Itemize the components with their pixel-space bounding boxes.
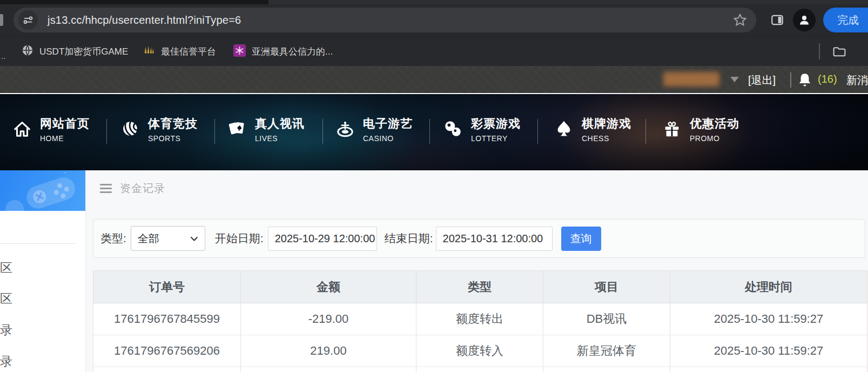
nav-item-casino[interactable]: 电子游艺CASINO <box>335 116 413 143</box>
end-date-label: 结束日期: <box>385 231 433 246</box>
hamburger-icon <box>100 184 112 193</box>
username-redacted <box>663 72 719 87</box>
nav-zh-label: 优惠活动 <box>690 116 739 132</box>
bookmark-usdt-game[interactable]: USDT加密货币GAME <box>22 36 128 67</box>
nav-item-lives[interactable]: 真人视讯LIVES <box>227 116 305 143</box>
bookmarks-bar: .. USDT加密货币GAME 最佳信誉平台 亚洲最具公信力的... <box>0 36 868 66</box>
cell-amount: 219.00 <box>241 335 416 367</box>
sidebar-item[interactable]: 区 <box>0 260 26 276</box>
nav-en-label: CHESS <box>582 134 631 143</box>
profile-avatar[interactable] <box>793 9 816 31</box>
nav-item-home[interactable]: 网站首页HOME <box>12 116 90 143</box>
nav-en-label: LOTTERY <box>471 134 521 143</box>
spade-icon <box>554 118 574 139</box>
bookmark-trust-platform[interactable]: 最佳信誉平台 <box>143 36 216 67</box>
type-select-value: 全部 <box>138 231 159 246</box>
logout-link[interactable]: [退出] <box>748 73 776 88</box>
bookmark-star-icon[interactable] <box>732 12 748 28</box>
sidebar-banner <box>0 170 85 211</box>
bell-icon[interactable] <box>798 72 812 90</box>
nav-zh-label: 棋牌游戏 <box>582 116 631 132</box>
site-settings-icon[interactable] <box>18 10 38 30</box>
roulette-icon <box>335 118 355 139</box>
cell-order-id: 1761796767569206 <box>93 335 241 367</box>
nav-zh-label: 电子游艺 <box>363 116 413 132</box>
message-count-badge[interactable]: (16) <box>818 73 837 85</box>
table-row-clipped <box>93 367 867 372</box>
query-button[interactable]: 查询 <box>561 227 601 251</box>
col-process-time: 处理时间 <box>670 271 867 303</box>
sidebar-item-label: 录 <box>0 323 12 337</box>
sidebar-item[interactable]: 录 <box>0 322 26 338</box>
cell-type: 额度转入 <box>416 335 543 367</box>
main-nav: 网站首页HOME 体育竞技SPORTS 真人视讯LIVES 电子游艺CASINO <box>0 94 868 170</box>
table-row: 1761796767569206 219.00 额度转入 新皇冠体育 2025-… <box>93 335 867 367</box>
content: 区 区 录 录 资金记录 类型: 全部 开始日期: 结束日期: 查询 <box>0 170 868 372</box>
cards-icon <box>227 118 247 139</box>
bookmark-asia-credibility[interactable]: 亚洲最具公信力的... <box>233 36 333 67</box>
filter-bar: 类型: 全部 开始日期: 结束日期: 查询 <box>93 219 865 258</box>
col-order-id: 订单号 <box>93 271 241 303</box>
active-tab-sliver[interactable] <box>268 0 868 4</box>
screen: js13.cc/hhcp/usercenter.html?iniType=6 完… <box>0 0 868 372</box>
type-select[interactable]: 全部 <box>131 226 205 251</box>
cell-amount: -219.00 <box>241 303 416 335</box>
done-button[interactable]: 完成 <box>823 8 868 32</box>
site-header: [退出] (16) 新消息 <box>0 66 868 94</box>
person-icon <box>798 14 811 26</box>
browser-tab-strip <box>0 0 868 4</box>
cell-project: DB视讯 <box>543 303 670 335</box>
nav-divider <box>429 119 430 144</box>
nav-divider <box>645 119 646 144</box>
nav-en-label: HOME <box>40 134 90 143</box>
col-amount: 金额 <box>241 271 416 303</box>
address-bar[interactable]: js13.cc/hhcp/usercenter.html?iniType=6 <box>14 8 756 32</box>
nav-item-promo[interactable]: 优惠活动PROMO <box>662 116 739 143</box>
nav-divider <box>106 119 107 144</box>
new-messages-link[interactable]: 新消息 <box>846 73 868 88</box>
bookmarks-divider <box>819 43 820 59</box>
sidebar-item-label: 区 <box>0 291 12 305</box>
dropdown-caret-icon[interactable] <box>730 77 739 82</box>
sidebar-item-label: 区 <box>0 261 12 275</box>
nav-zh-label: 彩票游戏 <box>471 116 521 132</box>
nav-en-label: PROMO <box>690 134 739 143</box>
cell-project: 新皇冠体育 <box>543 335 670 367</box>
side-panel-icon[interactable] <box>770 13 784 29</box>
sidebar-item-label: 录 <box>0 354 12 368</box>
nav-en-label: LIVES <box>255 134 305 143</box>
header-divider <box>790 72 791 88</box>
nav-divider <box>214 119 215 144</box>
start-date-input[interactable] <box>268 227 377 251</box>
sidebar-item[interactable]: 录 <box>0 353 26 370</box>
main-area: 资金记录 类型: 全部 开始日期: 结束日期: 查询 订单号 <box>86 170 868 372</box>
nav-divider <box>537 119 538 144</box>
sidebar-divider <box>0 243 76 244</box>
folder-icon[interactable] <box>832 44 846 61</box>
gold-bars-icon <box>143 44 155 58</box>
start-date-label: 开始日期: <box>215 231 264 246</box>
records-table: 订单号 金额 类型 项目 处理时间 1761796767845599 -219.… <box>93 270 867 372</box>
chevron-down-icon <box>190 236 198 241</box>
purple-flower-icon <box>233 44 246 59</box>
nav-item-lottery[interactable]: 彩票游戏LOTTERY <box>443 116 521 143</box>
partial-bookmark-label[interactable]: .. <box>1 51 5 61</box>
globe-icon <box>22 44 33 58</box>
page-title: 资金记录 <box>120 181 165 196</box>
partial-extension-icon <box>0 14 3 26</box>
browser-toolbar: js13.cc/hhcp/usercenter.html?iniType=6 完… <box>0 4 868 36</box>
done-button-label: 完成 <box>837 13 859 28</box>
cell-process-time: 2025-10-30 11:59:27 <box>670 335 867 367</box>
nav-zh-label: 体育竞技 <box>148 116 198 132</box>
nav-item-chess[interactable]: 棋牌游戏CHESS <box>554 116 631 143</box>
table-row: 1761796767845599 -219.00 额度转出 DB视讯 2025-… <box>93 303 867 335</box>
col-type: 类型 <box>416 271 543 303</box>
lottery-balls-icon <box>443 118 463 139</box>
page-title-row: 资金记录 <box>100 181 165 196</box>
bookmark-label: 亚洲最具公信力的... <box>252 45 333 58</box>
sidebar-item[interactable]: 区 <box>0 290 26 307</box>
home-icon <box>12 118 32 139</box>
end-date-input[interactable] <box>436 227 553 251</box>
nav-item-sports[interactable]: 体育竞技SPORTS <box>120 116 198 143</box>
cell-process-time: 2025-10-30 11:59:27 <box>670 303 867 335</box>
